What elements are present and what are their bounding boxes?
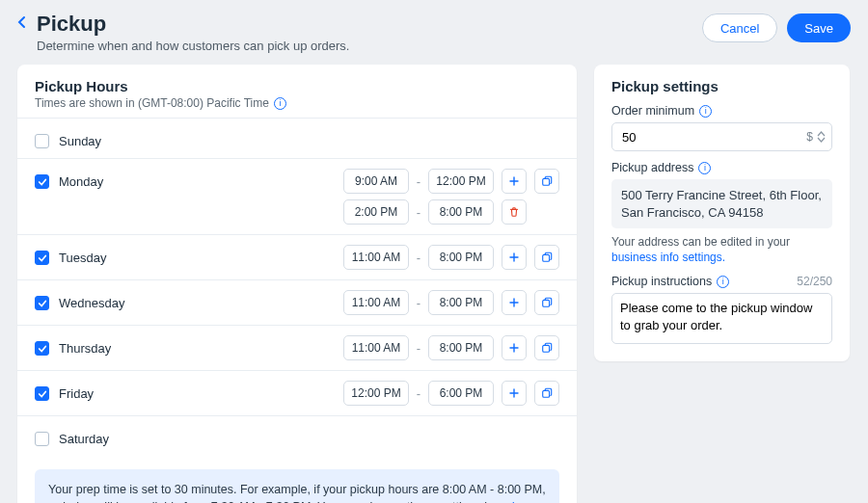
copy-hours-button[interactable] bbox=[534, 381, 559, 406]
time-slot: - bbox=[179, 290, 559, 315]
pickup-settings-title: Pickup settings bbox=[611, 78, 832, 94]
time-slot: - bbox=[179, 199, 559, 225]
copy-hours-button[interactable] bbox=[534, 169, 559, 194]
pickup-address-label: Pickup address bbox=[611, 161, 693, 174]
pickup-instructions-input[interactable] bbox=[620, 300, 824, 334]
start-time-input[interactable] bbox=[343, 381, 409, 406]
time-separator: - bbox=[409, 251, 428, 265]
info-icon[interactable]: i bbox=[274, 97, 286, 110]
pickup-hours-title: Pickup Hours bbox=[35, 78, 559, 94]
day-checkbox[interactable] bbox=[35, 134, 49, 148]
day-checkbox[interactable] bbox=[35, 432, 49, 446]
day-name: Saturday bbox=[59, 432, 109, 446]
svg-rect-4 bbox=[543, 390, 550, 397]
day-row: Sunday bbox=[17, 118, 577, 158]
start-time-input[interactable] bbox=[343, 199, 409, 225]
info-icon[interactable]: i bbox=[699, 105, 712, 118]
time-separator: - bbox=[409, 386, 428, 401]
end-time-input[interactable] bbox=[428, 381, 494, 406]
day-checkbox[interactable] bbox=[35, 174, 49, 189]
start-time-input[interactable] bbox=[343, 245, 409, 270]
copy-hours-button[interactable] bbox=[534, 245, 559, 270]
day-name: Friday bbox=[59, 386, 94, 401]
pickup-settings-card: Pickup settings Order minimum i $ bbox=[594, 65, 850, 361]
day-row: Monday-- bbox=[17, 158, 577, 234]
end-time-input[interactable] bbox=[428, 335, 494, 360]
svg-rect-0 bbox=[543, 178, 550, 185]
info-icon[interactable]: i bbox=[717, 276, 729, 288]
day-name: Thursday bbox=[59, 341, 111, 356]
day-row: Saturday bbox=[17, 415, 577, 456]
day-name: Monday bbox=[59, 174, 103, 189]
day-checkbox[interactable] bbox=[35, 296, 49, 310]
day-row: Tuesday- bbox=[17, 234, 577, 279]
time-slot: - bbox=[179, 335, 559, 360]
start-time-input[interactable] bbox=[343, 335, 409, 360]
copy-hours-button[interactable] bbox=[534, 290, 559, 315]
day-checkbox[interactable] bbox=[35, 386, 49, 401]
prep-time-notice: Your prep time is set to 30 minutes. For… bbox=[35, 469, 559, 503]
char-counter: 52/250 bbox=[797, 275, 832, 288]
order-minimum-input[interactable] bbox=[622, 130, 806, 145]
currency-unit: $ bbox=[806, 130, 813, 144]
time-separator: - bbox=[409, 174, 428, 189]
end-time-input[interactable] bbox=[428, 169, 494, 194]
notice-text: Your prep time is set to 30 minutes. For… bbox=[48, 483, 546, 503]
timezone-note: Times are shown in (GMT-08:00) Pacific T… bbox=[35, 96, 269, 110]
time-slot: - bbox=[179, 169, 559, 194]
day-name: Tuesday bbox=[59, 251, 106, 265]
pickup-hours-card: Pickup Hours Times are shown in (GMT-08:… bbox=[17, 65, 577, 503]
pickup-instructions-label: Pickup instructions bbox=[611, 275, 712, 288]
delete-slot-button[interactable] bbox=[502, 199, 527, 225]
time-slot: - bbox=[179, 381, 559, 406]
day-checkbox[interactable] bbox=[35, 251, 49, 265]
svg-rect-3 bbox=[543, 345, 550, 352]
number-stepper[interactable] bbox=[817, 131, 826, 143]
back-button[interactable] bbox=[17, 12, 27, 39]
time-separator: - bbox=[409, 341, 428, 356]
copy-hours-button[interactable] bbox=[534, 335, 559, 360]
address-hint-text: Your address can be edited in your bbox=[611, 235, 790, 249]
save-button[interactable]: Save bbox=[787, 13, 851, 42]
order-minimum-label: Order minimum bbox=[611, 104, 694, 118]
time-slot: - bbox=[179, 245, 559, 270]
start-time-input[interactable] bbox=[343, 290, 409, 315]
cancel-button[interactable]: Cancel bbox=[702, 13, 777, 42]
end-time-input[interactable] bbox=[428, 199, 494, 225]
pickup-address-value: 500 Terry Francine Street, 6th Floor, Sa… bbox=[611, 179, 832, 228]
start-time-input[interactable] bbox=[343, 169, 409, 194]
business-info-link[interactable]: business info settings. bbox=[611, 251, 725, 264]
day-row: Thursday- bbox=[17, 325, 577, 370]
day-name: Sunday bbox=[59, 134, 101, 148]
add-slot-button[interactable] bbox=[502, 169, 527, 194]
time-separator: - bbox=[409, 296, 428, 310]
page-subtitle: Determine when and how customers can pic… bbox=[37, 39, 349, 53]
day-name: Wednesday bbox=[59, 296, 124, 310]
end-time-input[interactable] bbox=[428, 245, 494, 270]
end-time-input[interactable] bbox=[428, 290, 494, 315]
info-icon[interactable]: i bbox=[698, 162, 711, 174]
add-slot-button[interactable] bbox=[502, 335, 527, 360]
day-row: Friday- bbox=[17, 370, 577, 415]
add-slot-button[interactable] bbox=[502, 245, 527, 270]
svg-rect-2 bbox=[543, 300, 550, 306]
page-title: Pickup bbox=[37, 12, 349, 37]
add-slot-button[interactable] bbox=[502, 381, 527, 406]
add-slot-button[interactable] bbox=[502, 290, 527, 315]
day-checkbox[interactable] bbox=[35, 341, 49, 356]
day-row: Wednesday- bbox=[17, 279, 577, 325]
time-separator: - bbox=[409, 205, 428, 220]
svg-rect-1 bbox=[543, 254, 550, 261]
